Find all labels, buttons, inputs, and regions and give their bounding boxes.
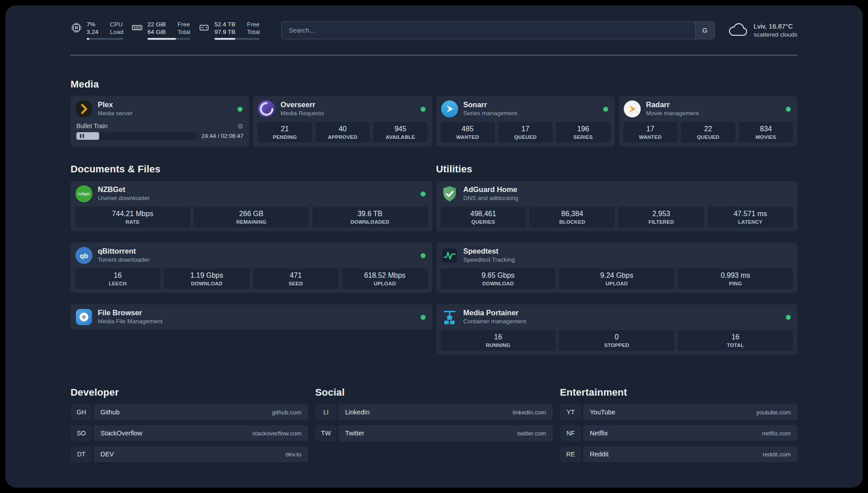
service-name: Radarr [646,100,699,109]
topbar-divider [71,55,797,55]
stat-value: 618.52 Mbps [344,271,426,280]
stat-blocked: 86,384 BLOCKED [530,207,615,227]
search-bar: G [281,21,715,39]
stat-downloaded: 39.6 TB DOWNLOADED [313,207,428,227]
sonarr-icon [441,100,459,118]
bookmarks-column-developer: Developer GH Github github.com SO StackO… [71,387,308,467]
stat-label: BLOCKED [531,219,613,225]
stat-pending: 21 PENDING [258,122,312,142]
cloud-icon [728,23,748,38]
section-title-entertainment: Entertainment [560,387,797,398]
pause-icon[interactable] [80,134,84,138]
service-card-speedtest[interactable]: Speedtest Speedtest Tracking 9.65 Gbps D… [436,242,798,293]
bookmark-twitter[interactable]: TW Twitter twitter.com [315,425,553,441]
search-input[interactable] [281,21,715,39]
status-dot [421,107,426,112]
overseerr-icon [258,100,275,118]
bookmark-abbr: TW [315,425,337,441]
stat-label: RATE [77,219,188,225]
svg-text:nzbget: nzbget [78,192,90,196]
disk-widget: 52.4 TB 97.9 TB Free Total [198,21,260,40]
stat-label: APPROVED [317,134,368,140]
stat-seed: 471 SEED [253,268,338,289]
section-title-developer: Developer [71,387,308,398]
disk-icon [198,22,210,33]
stat-filtered: 2,953 FILTERED [618,207,704,227]
service-card-nzbget[interactable]: nzbget NZBGet Usenet downloader 74 [71,181,432,231]
filebrowser-icon [75,308,93,326]
stat-value: 16 [680,333,791,342]
media-cards-row: Plex Media server Bullet Train ⚙ 24:4 [71,96,797,146]
portainer-icon [441,308,459,326]
cpu-widget: 7% 3.24 CPU Load [71,21,123,40]
service-name: Speedtest [463,247,515,255]
bookmark-name: Github [100,409,120,416]
service-card-adguard[interactable]: AdGuard Home DNS and adblocking 498,461 … [436,181,798,231]
service-desc: Media File Management [98,318,163,326]
weather-condition: scattered clouds [754,30,797,39]
bookmark-url: dev.to [285,451,301,458]
stat-ping: 0.993 ms PING [678,268,793,289]
service-card-filebrowser[interactable]: File Browser Media File Management [71,304,432,330]
bookmark-name: YouTube [590,409,615,416]
bookmark-netflix[interactable]: NF Netflix netflix.com [560,425,797,441]
ram-free-value: 22 GiB [147,21,166,28]
bookmark-dev[interactable]: DT DEV dev.to [71,446,308,462]
bookmark-stackoverflow[interactable]: SO StackOverflow stackoverflow.com [71,425,308,441]
stat-approved: 40 APPROVED [316,122,370,142]
stat-value: 0.993 ms [680,271,791,280]
disk-total-label: Total [247,28,260,36]
bookmark-name: DEV [100,451,114,458]
stat-value: 498,461 [442,209,524,218]
search-provider-button[interactable]: G [695,22,714,39]
stat-wanted: 485 WANTED [441,122,495,142]
bookmarks-section: Developer GH Github github.com SO StackO… [71,387,797,467]
speedtest-icon [441,246,459,264]
bookmark-linkedin[interactable]: LI LinkedIn linkedin.com [315,404,553,420]
ram-widget: 22 GiB 64 GiB Free Total [131,21,190,40]
stat-value: 471 [255,271,337,280]
service-card-overseerr[interactable]: Overseerr Media Requests 21 PENDING 40 A… [253,96,432,146]
service-name: Media Portainer [463,309,526,317]
stat-label: TOTAL [680,342,791,348]
stat-value: 17 [625,125,676,134]
service-card-plex[interactable]: Plex Media server Bullet Train ⚙ 24:4 [71,96,249,146]
utilities-column: Utilities [436,146,798,355]
bookmark-abbr: LI [315,404,337,420]
disk-total-value: 97.9 TB [214,28,235,36]
stat-label: QUEUED [683,134,733,140]
bookmark-abbr: DT [71,446,92,462]
bookmark-url: stackoverflow.com [252,430,301,437]
stat-value: 945 [375,125,426,134]
stat-label: LEECH [77,280,159,287]
stat-queued: 17 QUEUED [498,122,552,142]
service-card-portainer[interactable]: Media Portainer Container management 16 … [436,304,798,355]
stat-value: 17 [500,125,551,134]
stat-value: 16 [442,333,554,342]
service-card-qbittorrent[interactable]: qb qBittorrent Torrent downloader [71,242,432,293]
bookmark-youtube[interactable]: YT YouTube youtube.com [560,404,797,420]
status-dot [786,315,791,320]
stat-wanted: 17 WANTED [623,122,677,142]
stat-value: 485 [442,125,493,134]
stat-value: 9.65 Gbps [442,271,554,280]
stat-value: 9.24 Gbps [561,271,672,280]
service-card-radarr[interactable]: Radarr Movie management 17 WANTED 22 QUE… [619,96,797,146]
gear-icon[interactable]: ⚙ [238,123,243,130]
stat-label: UPLOAD [561,280,672,287]
stat-value: 40 [317,125,368,134]
stat-upload: 618.52 Mbps UPLOAD [342,268,427,289]
nzbget-icon: nzbget [75,185,93,203]
service-card-sonarr[interactable]: Sonarr Series management 485 WANTED 17 Q… [436,96,615,146]
radarr-icon [623,100,641,118]
bookmark-reddit[interactable]: RE Reddit reddit.com [560,446,797,462]
stat-label: AVAILABLE [375,134,426,140]
service-desc: Media Requests [280,109,324,117]
now-playing-title: Bullet Train [76,122,108,130]
bookmark-github[interactable]: GH Github github.com [71,404,308,420]
weather-widget: Lviv, 16.87°C scattered clouds [728,22,797,39]
ram-total-label: Total [178,28,191,36]
playback-progress-bar[interactable] [76,132,197,140]
stat-value: 21 [259,125,310,134]
bookmark-name: Reddit [590,451,609,458]
